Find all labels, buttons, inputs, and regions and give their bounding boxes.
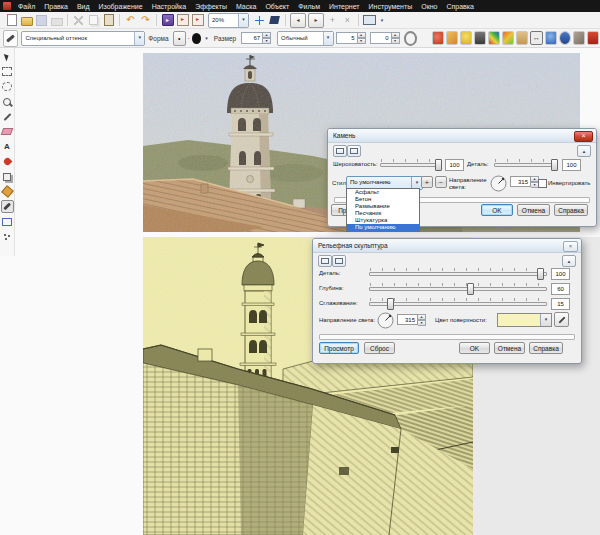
light-direction-spinner[interactable]: 315 ▴▾ bbox=[397, 314, 426, 325]
redo-icon[interactable]: ↷ bbox=[139, 14, 152, 27]
style-option[interactable]: Штукатурка bbox=[347, 217, 419, 224]
brush-preset-icon[interactable] bbox=[587, 31, 599, 45]
menu-tools[interactable]: Инструменты bbox=[369, 3, 413, 10]
menu-mask[interactable]: Маска bbox=[236, 3, 256, 10]
open-folder-icon[interactable] bbox=[20, 14, 33, 27]
round-nib-button[interactable]: • bbox=[173, 31, 186, 46]
eyedropper-button[interactable] bbox=[554, 312, 569, 327]
menu-image[interactable]: Изображение bbox=[99, 3, 143, 10]
brush-preset-icon[interactable] bbox=[432, 31, 444, 45]
brush-preset-icon[interactable] bbox=[460, 31, 472, 45]
paste-icon[interactable] bbox=[102, 14, 115, 27]
navigator-icon[interactable] bbox=[268, 14, 281, 27]
preview-button[interactable]: Просмотр bbox=[319, 342, 359, 354]
slider-thumb[interactable] bbox=[537, 268, 544, 280]
pick-tool[interactable] bbox=[1, 50, 14, 63]
help-button[interactable]: Справка bbox=[554, 204, 588, 216]
chevron-down-icon[interactable]: ▾ bbox=[540, 314, 551, 326]
clone-tool[interactable] bbox=[1, 170, 14, 183]
zoom-tool[interactable] bbox=[1, 95, 14, 108]
preview-single-window-button[interactable] bbox=[333, 145, 347, 157]
publish-icon[interactable]: ▸ bbox=[191, 14, 204, 27]
cut-icon[interactable] bbox=[72, 14, 85, 27]
menu-adjust[interactable]: Настройка bbox=[152, 3, 186, 10]
add-style-button[interactable]: + bbox=[421, 176, 433, 188]
surface-color-swatch[interactable]: ▾ bbox=[497, 313, 552, 327]
roughness-slider[interactable] bbox=[380, 159, 442, 169]
light-direction-spinner[interactable]: 315 ▴▾ bbox=[510, 176, 539, 187]
monitor-options-icon[interactable]: ▾ bbox=[378, 14, 386, 27]
ok-button[interactable]: OK bbox=[459, 342, 490, 354]
close-button[interactable]: × bbox=[563, 241, 578, 252]
chevron-down-icon[interactable]: ▾ bbox=[134, 32, 144, 45]
light-direction-value[interactable]: 315 bbox=[510, 176, 531, 187]
dual-monitor-icon[interactable] bbox=[363, 14, 376, 27]
ok-button[interactable]: OK bbox=[481, 204, 513, 216]
brush-preset-icon[interactable] bbox=[545, 31, 557, 45]
cancel-button[interactable]: Отмена bbox=[494, 342, 525, 354]
depth-value[interactable]: 60 bbox=[551, 283, 570, 295]
image-sprayer-tool[interactable] bbox=[1, 230, 14, 243]
brush-preset-icon[interactable] bbox=[559, 31, 571, 45]
spinner-down-icon[interactable]: ▾ bbox=[418, 320, 426, 326]
relief-dialog-titlebar[interactable]: Рельефная скульптура bbox=[313, 239, 581, 253]
feather-spinner[interactable]: 0 ▴▾ bbox=[370, 32, 400, 44]
print-icon[interactable] bbox=[50, 14, 63, 27]
menu-edit[interactable]: Правка bbox=[44, 3, 68, 10]
cancel-button[interactable]: Отмена bbox=[517, 204, 550, 216]
spinner-down-icon[interactable]: ▾ bbox=[263, 38, 271, 44]
transparency-spinner[interactable]: 5 ▴▾ bbox=[336, 32, 366, 44]
save-icon[interactable] bbox=[35, 14, 48, 27]
copy-icon[interactable] bbox=[87, 14, 100, 27]
brush-preset-icon[interactable] bbox=[488, 31, 500, 45]
menu-web[interactable]: Интернет bbox=[329, 3, 360, 10]
light-direction-dial[interactable] bbox=[490, 175, 507, 192]
style-option[interactable]: Песчаник bbox=[347, 210, 419, 217]
expand-preview-button[interactable]: ▲ bbox=[577, 145, 591, 157]
slider-thumb[interactable] bbox=[435, 159, 442, 171]
smoothing-slider[interactable] bbox=[369, 298, 547, 308]
surface-color-value[interactable] bbox=[498, 314, 540, 326]
slider-thumb[interactable] bbox=[551, 159, 558, 171]
style-option[interactable]: Бетон bbox=[347, 196, 419, 203]
menu-help[interactable]: Справка bbox=[446, 3, 473, 10]
new-document-icon[interactable] bbox=[5, 14, 18, 27]
brush-preset-icon[interactable] bbox=[573, 31, 585, 45]
undo-icon[interactable]: ↶ bbox=[124, 14, 137, 27]
brush-preset-icon[interactable] bbox=[474, 31, 486, 45]
eyedropper-tool[interactable] bbox=[1, 110, 14, 123]
nib-options-icon[interactable]: ▾ bbox=[203, 32, 210, 45]
text-tool[interactable]: A bbox=[1, 140, 14, 153]
preview-dual-window-button[interactable] bbox=[332, 255, 346, 267]
depth-slider[interactable] bbox=[369, 283, 547, 293]
nib-shape-preview[interactable] bbox=[192, 33, 201, 44]
smoothing-value[interactable]: 15 bbox=[551, 298, 570, 310]
anti-alias-icon[interactable] bbox=[404, 31, 417, 46]
import-icon[interactable]: ▸ bbox=[161, 14, 174, 27]
next-frame-button[interactable]: ▸ bbox=[308, 13, 324, 28]
menu-movie[interactable]: Фильм bbox=[298, 3, 320, 10]
slider-thumb[interactable] bbox=[387, 298, 394, 310]
brush-preset-selected-icon[interactable]: ↔ bbox=[530, 31, 542, 45]
full-screen-preview-icon[interactable] bbox=[253, 14, 266, 27]
slider-thumb[interactable] bbox=[467, 283, 474, 295]
shape-tool[interactable] bbox=[1, 215, 14, 228]
expand-preview-button[interactable]: ▲ bbox=[562, 255, 576, 267]
style-option-selected[interactable]: По умолчанию bbox=[347, 224, 419, 231]
chevron-down-icon[interactable]: ▾ bbox=[238, 14, 248, 27]
brush-category-combo[interactable]: Специальный оттенок ▾ bbox=[21, 31, 145, 46]
menu-view[interactable]: Вид bbox=[77, 3, 90, 10]
brush-preset-icon[interactable] bbox=[446, 31, 458, 45]
stone-dialog-titlebar[interactable]: Камень bbox=[328, 129, 596, 143]
detail-slider[interactable] bbox=[494, 159, 558, 169]
fill-tool[interactable] bbox=[1, 185, 14, 198]
brush-preset-icon[interactable] bbox=[516, 31, 528, 45]
delete-frame-icon[interactable]: × bbox=[341, 14, 354, 27]
chevron-down-icon[interactable]: ▾ bbox=[323, 32, 333, 45]
merge-mode-combo[interactable]: Обычный ▾ bbox=[277, 31, 333, 46]
detail-value[interactable]: 100 bbox=[562, 159, 581, 171]
remove-style-button[interactable]: − bbox=[435, 176, 447, 188]
rect-mask-tool[interactable] bbox=[1, 65, 14, 78]
menu-file[interactable]: Файл bbox=[18, 3, 35, 10]
light-direction-value[interactable]: 315 bbox=[397, 314, 418, 325]
